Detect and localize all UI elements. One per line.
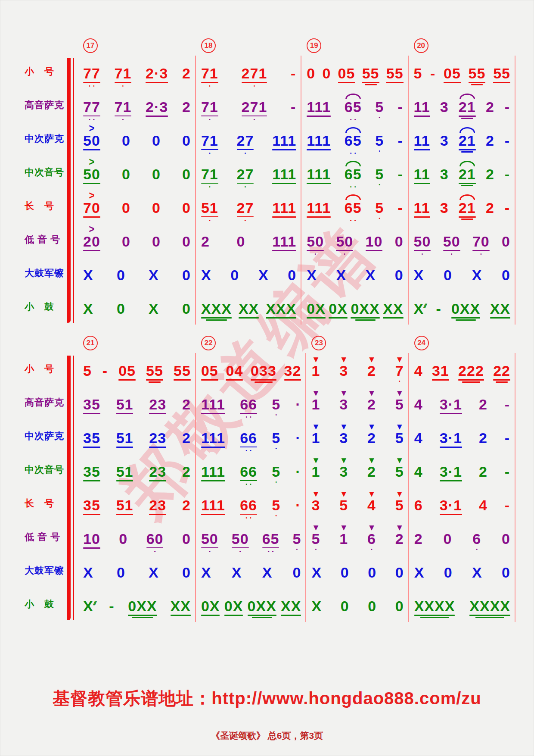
footer-url-link[interactable]: http://www.hongdao888.com/zu [211,689,481,708]
measure: >50000 [78,123,196,156]
note-token: 55 [362,56,379,88]
note-beams [295,512,301,520]
note-beams [149,580,159,587]
note-token: 71• [115,56,132,88]
note-beams [182,114,191,122]
note-token: 6• [472,522,481,554]
note-token: 0 [502,225,510,256]
note-beams [288,282,296,290]
note-beams [322,81,331,88]
note-token: 10 [366,225,383,256]
note-beams [239,316,259,324]
note-text: 3·1 [440,464,462,479]
note-text: - [505,167,510,181]
note-text: 5 [272,431,280,445]
note-articulation [345,191,361,200]
note-beams [414,613,455,621]
beam-line [307,183,331,184]
note-token: 0 [368,589,376,621]
note-text: X [149,268,159,282]
note-beams [414,181,430,189]
note-beams [311,378,320,386]
instrument-row: 小 鼓X0X0XXXXXXXX0X0X0XXXXX///-0XXXX [19,291,515,325]
note-text: 2 [182,100,191,114]
note-token: 2 [201,225,210,256]
measure: 11166••5•· [196,487,307,521]
note-text: 4 [414,431,423,445]
beam-line [440,514,462,515]
measure-cells: 10060•050•50•65••5•▼5•▼1▼6•▼2206•0 [78,521,515,555]
note-text: - [505,133,510,148]
note-beams [444,81,461,88]
note-text: 20 [83,234,100,249]
note-text: XXXX [469,599,510,613]
note-token: 0 [293,556,301,587]
instrument-label: 中次萨克 [19,123,67,145]
note-text: 21 [459,133,476,148]
note-token: 0 [117,556,125,587]
note-text: 0 [182,133,191,148]
note-token: 51• [201,191,218,223]
note-beams [290,114,296,122]
note-token: ▼1 [311,354,320,386]
note-text: 1 [311,363,320,378]
note-beams: •• [240,445,257,453]
note-text: X [149,301,159,316]
note-articulation [459,124,475,133]
note-token: ▼5 [395,455,404,487]
note-token: 21 [459,90,476,122]
note-text: - [397,133,403,148]
note-token: 21 [459,157,476,189]
note-text: 111 [272,167,296,181]
note-text: 2·3 [146,66,168,81]
note-token: 65•• [345,90,362,122]
note-text: 0 [288,268,296,282]
note-text: 0 [182,268,191,282]
note-text: 3·1 [440,397,462,412]
note-token: 55 [493,56,510,88]
note-beams [459,148,476,156]
note-beams: • [115,114,132,122]
beam-line [146,82,168,83]
note-text: 2 [367,397,376,412]
note-text: X [201,268,211,282]
measure-number-row: 17181920 [19,38,515,56]
beam-line [471,84,483,85]
note-token: X [414,556,425,587]
note-text: 50 [83,133,100,148]
note-text: 0X [307,301,326,316]
note-token: ▼3 [339,354,348,386]
octave-dots: • [273,446,279,451]
measure-number-row: 21222324 [19,336,515,353]
note-token: 11 [414,157,430,189]
note-token: 4 [414,455,423,487]
instrument-row: 大鼓军镲X0X0XXX0X000X0X0 [19,555,515,588]
measure: 5-055555 [409,56,515,89]
note-token: 111 [201,455,225,487]
note-beams: • [237,181,254,189]
note-beams [152,215,161,223]
note-token: 3 [440,90,449,122]
beam-line [232,547,249,549]
note-text: 23 [149,464,166,479]
beam-line [240,514,257,515]
measure: >20000 [78,224,196,257]
note-token: X [336,258,346,290]
note-beams: • [201,181,218,189]
note-token: 5• [375,157,384,189]
note-token: ▼2 [367,354,376,386]
note-token: 0 [322,56,331,88]
beam-line [201,116,218,117]
note-beams [368,613,376,621]
note-beams [395,580,404,587]
note-text: X [258,268,269,282]
octave-dots: • [251,117,258,122]
system-barline-thin [73,58,74,323]
note-beams [262,580,273,587]
note-token: 51 [116,387,134,419]
note-articulation: ▼ [397,522,402,531]
note-beams [201,412,225,419]
note-beams [149,412,166,419]
note-text: X [83,565,93,580]
footer-address-line: 基督教管乐谱地址：http://www.hongdao888.com/zu [0,687,534,710]
